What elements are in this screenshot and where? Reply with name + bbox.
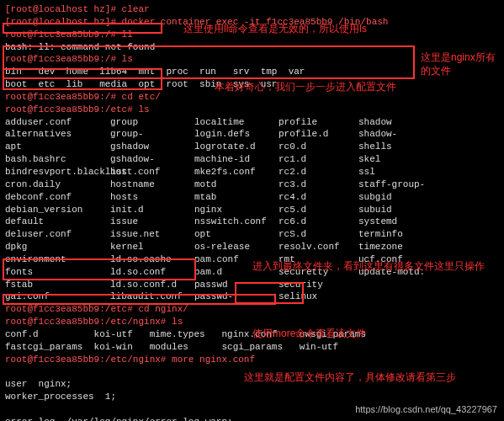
prompt-line: root@f1cc3ea85bb9:/etc# cd nginx/: [5, 303, 499, 316]
annotation-text: 这里就是配置文件内容了，具体修改请看第三步: [244, 370, 456, 384]
annotation-text: 本着好奇心，我们一步一步进入配置文件: [215, 80, 396, 93]
annotation-box: [3, 68, 162, 90]
annotation-box: [3, 258, 196, 280]
watermark: https://blog.csdn.net/qq_43227967: [355, 403, 497, 416]
annotation-text: 这里是nginx所有 的文件: [421, 51, 496, 77]
annotation-text: 进入到最终文件夹，看到这里有很多文件这里只操作: [252, 259, 485, 273]
annotation-text: 这里使用ll命令查看是无效的，所以使用ls: [183, 22, 367, 35]
prompt-line: [root@localhost hz]# clear: [5, 3, 499, 16]
prompt-line: root@f1cc3ea85bb9:/etc# ls: [5, 104, 499, 116]
annotation-text: 使用more命令查看该文件: [252, 327, 366, 340]
annotation-box: [3, 23, 162, 34]
prompt-line: root@f1cc3ea85bb9:/etc/nginx# more nginx…: [5, 354, 499, 366]
annotation-box: [3, 294, 276, 305]
